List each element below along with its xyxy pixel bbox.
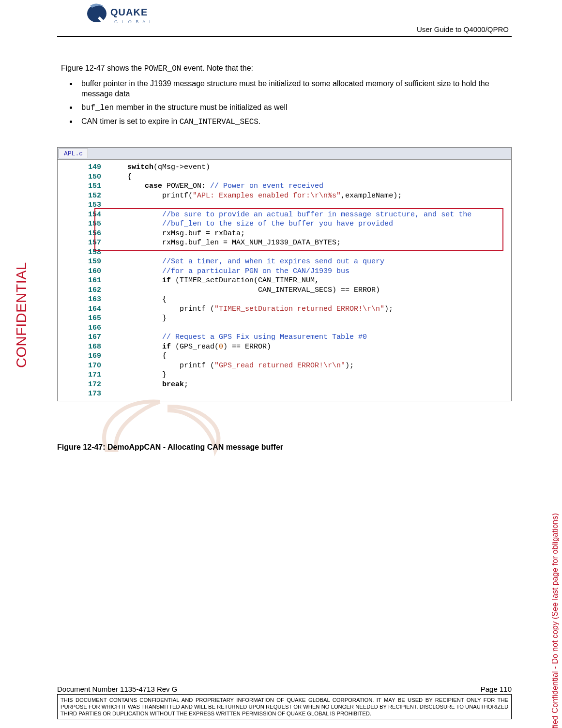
brand-sub-text: G L O B A L xyxy=(114,19,153,24)
code-text: if (TIMER_setDuration(CAN_TIMER_NUM, xyxy=(110,276,511,286)
line-number: 164 xyxy=(77,304,110,314)
page-header: QUAKE G L O B A L User Guide to Q4000/QP… xyxy=(57,0,512,36)
line-number: 171 xyxy=(77,370,110,380)
code-line: 170 printf ("GPS_read returned ERROR!\r\… xyxy=(58,361,511,371)
editor-tab-bar: APL.c xyxy=(58,148,511,160)
code-line: 160 //for a particular PGN on the CAN/J1… xyxy=(58,267,511,276)
page-footer: Document Number 1135-4713 Rev G Page 110… xyxy=(57,685,512,719)
code-line: 159 //Set a timer, and when it expires s… xyxy=(58,257,511,267)
line-number: 151 xyxy=(77,182,110,191)
code-line: 149 switch(qMsg->event) xyxy=(58,163,511,172)
line-number: 162 xyxy=(77,286,110,295)
brand-name-text: QUAKE xyxy=(110,7,148,17)
body-text: Figure 12-47 shows the POWER_ON event. N… xyxy=(61,63,499,131)
code-line: 165 } xyxy=(58,314,511,323)
line-number: 169 xyxy=(77,351,110,361)
line-number: 167 xyxy=(77,333,110,342)
intro-suffix: event. Note that the: xyxy=(181,64,253,72)
code-line: 173 xyxy=(58,389,511,399)
line-number: 170 xyxy=(77,361,110,371)
code-text: { xyxy=(110,172,511,182)
code-text: break; xyxy=(110,380,511,390)
code-line: 171 } xyxy=(58,370,511,380)
footer-legal: THIS DOCUMENT CONTAINS CONFIDENTIAL AND … xyxy=(57,695,512,719)
line-number: 159 xyxy=(77,257,110,267)
bullet-item: buffer pointer in the J1939 message stru… xyxy=(77,78,499,99)
code-listing: 149 switch(qMsg->event)150 {151 case POW… xyxy=(58,160,511,401)
code-text: CAN_INTERVAL_SECS) == ERROR) xyxy=(110,286,511,295)
bullet-code: buf_len xyxy=(81,104,114,112)
line-number: 157 xyxy=(77,238,110,248)
confidential-side-label: CONFIDENTIAL xyxy=(14,262,30,368)
intro-prefix: Figure 12-47 shows the xyxy=(61,64,144,72)
code-text: } xyxy=(110,370,511,380)
code-line: 162 CAN_INTERVAL_SECS) == ERROR) xyxy=(58,286,511,295)
code-line: 151 case POWER_ON: // Power on event rec… xyxy=(58,182,511,191)
bullet-pre: CAN timer is set to expire in xyxy=(81,117,180,125)
bullet-post: . xyxy=(258,117,260,125)
code-text: { xyxy=(110,351,511,361)
code-line: 172 break; xyxy=(58,380,511,390)
code-text: printf ("TIMER_setDuration returned ERRO… xyxy=(110,304,511,314)
line-number: 152 xyxy=(77,191,110,201)
line-number: 156 xyxy=(77,229,110,239)
guide-title: User Guide to Q4000/QPRO xyxy=(417,25,509,33)
line-number: 158 xyxy=(77,248,110,258)
line-number: 150 xyxy=(77,172,110,182)
code-line: 153 xyxy=(58,200,511,210)
code-text: printf("APL: Examples enabled for:\r\n%s… xyxy=(110,191,511,201)
code-line: 152 printf("APL: Examples enabled for:\r… xyxy=(58,191,511,201)
doc-number: Document Number 1135-4713 Rev G xyxy=(57,685,177,693)
footer-top-row: Document Number 1135-4713 Rev G Page 110 xyxy=(57,685,512,695)
code-line: 164 printf ("TIMER_setDuration returned … xyxy=(58,304,511,314)
code-line: 168 if (GPS_read(0) == ERROR) xyxy=(58,342,511,352)
line-number: 166 xyxy=(77,323,110,333)
code-text: } xyxy=(110,314,511,323)
code-line: 150 { xyxy=(58,172,511,182)
code-text: //Set a timer, and when it expires send … xyxy=(110,257,511,267)
header-rule xyxy=(57,36,512,37)
line-number: 165 xyxy=(77,314,110,323)
code-line: 156 rxMsg.buf = rxData; xyxy=(58,229,511,239)
code-text: if (GPS_read(0) == ERROR) xyxy=(110,342,511,352)
code-line: 161 if (TIMER_setDuration(CAN_TIMER_NUM, xyxy=(58,276,511,286)
code-text: //buf_len to the size of the buffer you … xyxy=(110,219,511,229)
code-line: 169 { xyxy=(58,351,511,361)
line-number: 155 xyxy=(77,219,110,229)
figure-caption: Figure 12-47: DemoAppCAN - Allocating CA… xyxy=(57,443,283,452)
page-number: Page 110 xyxy=(481,685,512,693)
bullet-post: member in the structure must be initiali… xyxy=(114,103,287,111)
code-text: printf ("GPS_read returned ERROR!\r\n"); xyxy=(110,361,511,371)
code-text: { xyxy=(110,295,511,304)
line-number: 163 xyxy=(77,295,110,304)
code-line: 163 { xyxy=(58,295,511,304)
code-line: 157 rxMsg.buf_len = MAX_NUM_J1939_DATA_B… xyxy=(58,238,511,248)
intro-code-token: POWER_ON xyxy=(144,64,182,73)
code-text: //for a particular PGN on the CAN/J1939 … xyxy=(110,267,511,276)
code-text: //be sure to provide an actual buffer in… xyxy=(110,210,511,220)
line-number: 153 xyxy=(77,200,110,210)
line-number: 160 xyxy=(77,267,110,276)
classification-side-label: Information classified Confidential - Do… xyxy=(550,513,560,728)
code-text: rxMsg.buf = rxData; xyxy=(110,229,511,239)
line-number: 154 xyxy=(77,210,110,220)
svg-point-0 xyxy=(87,5,106,22)
line-number: 168 xyxy=(77,342,110,352)
bullet-item: CAN timer is set to expire in CAN_INTERV… xyxy=(77,116,499,128)
code-text: case POWER_ON: // Power on event receive… xyxy=(110,182,511,191)
bullet-list: buffer pointer in the J1939 message stru… xyxy=(77,78,499,128)
bullet-code: CAN_INTERVAL_SECS xyxy=(180,118,258,126)
document-page: QUAKE G L O B A L User Guide to Q4000/QP… xyxy=(0,0,562,728)
code-screenshot: APL.c 149 switch(qMsg->event)150 {151 ca… xyxy=(57,147,512,401)
code-line: 166 xyxy=(58,323,511,333)
code-line: 154 //be sure to provide an actual buffe… xyxy=(58,210,511,220)
editor-tab[interactable]: APL.c xyxy=(59,149,88,158)
code-line: 158 xyxy=(58,248,511,258)
code-text: rxMsg.buf_len = MAX_NUM_J1939_DATA_BYTES… xyxy=(110,238,511,248)
bullet-item: buf_len member in the structure must be … xyxy=(77,102,499,114)
code-line: 167 // Request a GPS Fix using Measureme… xyxy=(58,333,511,342)
line-number: 149 xyxy=(77,163,110,172)
line-number: 161 xyxy=(77,276,110,286)
line-number: 173 xyxy=(77,389,110,399)
brand-logo: QUAKE G L O B A L xyxy=(85,3,170,30)
